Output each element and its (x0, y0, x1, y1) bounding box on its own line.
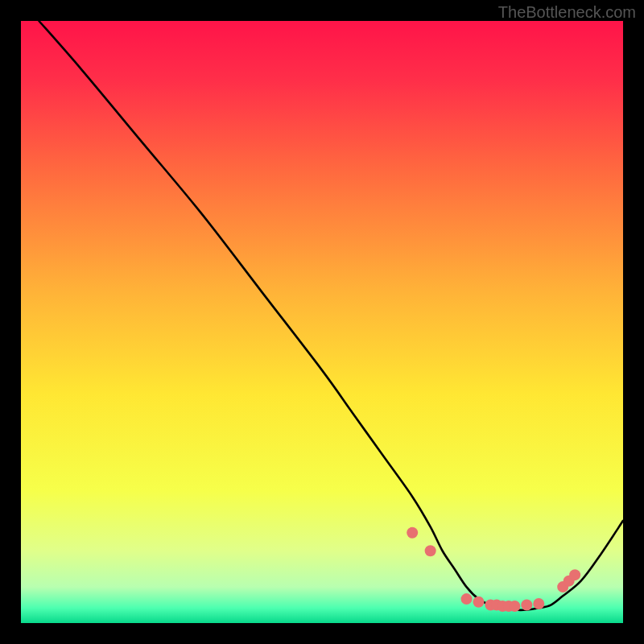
chart-curve-layer (21, 21, 623, 623)
chart-marker (473, 597, 484, 608)
chart-plot-area (21, 21, 623, 623)
chart-marker (509, 601, 520, 612)
chart-marker (533, 598, 544, 609)
chart-markers (407, 527, 580, 612)
chart-marker (461, 593, 473, 605)
chart-marker (425, 545, 436, 556)
bottleneck-curve (39, 21, 623, 610)
chart-marker (521, 600, 532, 611)
chart-marker (569, 569, 580, 580)
attribution-label: TheBottleneck.com (498, 3, 636, 22)
chart-marker (407, 527, 418, 539)
